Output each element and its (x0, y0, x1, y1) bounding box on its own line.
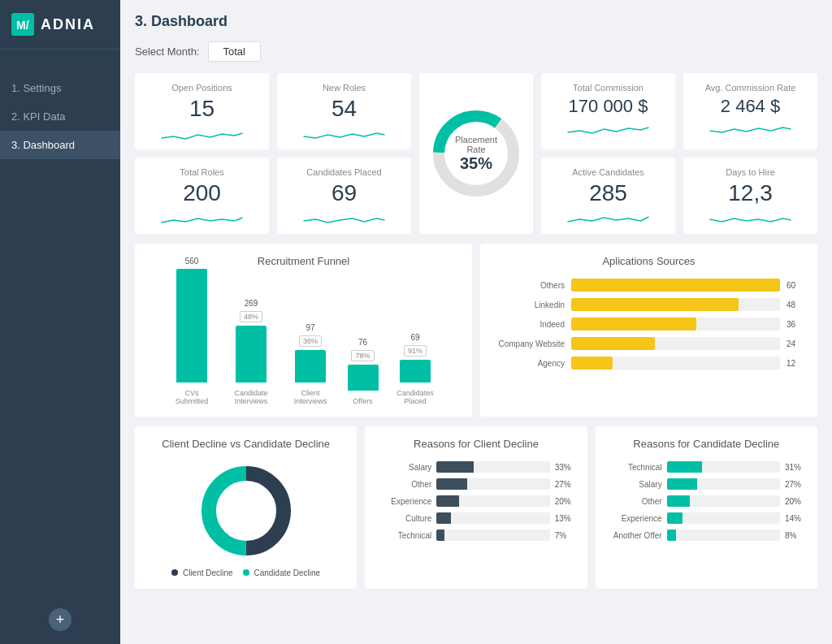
legend-candidate-label: Candidate Decline (254, 568, 320, 577)
cand-technical-bar (667, 461, 702, 473)
sidebar-item-dashboard[interactable]: 3. Dashboard (0, 131, 120, 159)
kpi-open-positions: Open Positions 15 (135, 73, 269, 149)
kpi-total-roles-label: Total Roles (146, 167, 258, 177)
candidate-decline-chart: Technical 31% Salary 27% Other (607, 458, 806, 550)
cand-technical-value: 31% (785, 463, 806, 472)
placement-text: Placement Rate (452, 135, 500, 154)
source-agency-label: Agency (492, 359, 565, 368)
kpi-total-commission-value: 170 000 $ (552, 96, 664, 117)
client-decline-title: Reasons for Client Decline (376, 438, 575, 450)
placement-rate-card: Placement Rate 35% (419, 73, 533, 234)
kpi-active-candidates-value: 285 (552, 180, 664, 206)
kpi-candidates-placed: Candidates Placed 69 (277, 158, 411, 234)
client-culture-row: Culture 13% (376, 512, 575, 524)
cand-technical-label: Technical (607, 463, 662, 472)
funnel-bar-cvs: 560 CVs Submitted (170, 257, 214, 405)
source-agency-bar (571, 357, 613, 370)
decline-donut-card: Client Decline vs Candidate Decline 50% … (135, 426, 357, 589)
source-company-bar (571, 337, 655, 350)
source-indeed-label: Indeed (492, 320, 565, 329)
placement-donut: Placement Rate 35% (427, 105, 525, 202)
filter-label: Select Month: (135, 45, 200, 58)
client-technical-bar-wrap (436, 529, 549, 541)
kpi-days-to-hire-label: Days to Hire (695, 167, 806, 177)
source-others: Others 60 (492, 279, 806, 292)
legend-candidate-dot (243, 569, 249, 576)
client-decline-card: Reasons for Client Decline Salary 33% Ot… (365, 426, 587, 589)
sidebar-item-settings[interactable]: 1. Settings (0, 74, 120, 102)
funnel-client-interviews-value: 97 (306, 323, 314, 332)
sparkline-days-to-hire (695, 210, 806, 227)
kpi-new-roles-value: 54 (288, 96, 400, 122)
funnel-placed-pct: 91% (404, 345, 427, 357)
source-others-value: 60 (786, 281, 806, 290)
candidate-decline-card: Reasons for Candidate Decline Technical … (596, 426, 817, 589)
funnel-bar-placed: 69 91% Candidates Placed (393, 333, 438, 405)
logo-icon: M/ (11, 13, 34, 36)
client-culture-bar-wrap (436, 512, 549, 524)
candidate-decline-title: Reasons for Candidate Decline (607, 438, 806, 450)
client-technical-row: Technical 7% (376, 529, 575, 541)
kpi-new-roles: New Roles 54 (277, 73, 411, 149)
client-salary-bar-wrap (436, 461, 549, 473)
kpi-days-to-hire-value: 12,3 (695, 180, 806, 206)
client-other-label: Other (376, 480, 431, 489)
funnel-bar-interviews: 269 48% Candidate Interviews (229, 299, 274, 405)
source-others-bar-wrap (571, 279, 780, 292)
client-other-value: 27% (555, 480, 576, 489)
client-experience-bar (436, 495, 459, 507)
source-agency-bar-wrap (571, 357, 780, 370)
funnel-placed-value: 69 (410, 333, 419, 342)
decline-donut-title: Client Decline vs Candidate Decline (146, 438, 345, 450)
funnel-interviews-label: Candidate Interviews (229, 389, 274, 405)
legend-candidate: Candidate Decline (243, 568, 321, 577)
funnel-client-bar (295, 350, 326, 383)
client-culture-label: Culture (376, 514, 431, 523)
sparkline-active-candidates (552, 210, 664, 227)
kpi-total-roles: Total Roles 200 (135, 158, 269, 234)
source-agency: Agency 12 (492, 357, 806, 370)
filter-month-button[interactable]: Total (208, 41, 261, 62)
funnel-cvs-bar (176, 269, 207, 383)
funnel-chart: 560 CVs Submitted 269 48% Candidate Inte… (146, 275, 461, 405)
source-agency-value: 12 (786, 359, 806, 368)
sources-title: Aplications Sources (492, 255, 806, 267)
client-salary-value: 33% (555, 463, 576, 472)
legend-client: Client Decline (171, 568, 232, 577)
client-salary-bar (436, 461, 474, 473)
client-culture-value: 13% (555, 514, 576, 523)
page-title: 3. Dashboard (135, 13, 228, 30)
bottom-row: Client Decline vs Candidate Decline 50% … (135, 426, 817, 589)
funnel-interviews-bar (236, 326, 266, 383)
client-technical-bar (436, 529, 444, 541)
svg-text:M/: M/ (16, 19, 29, 32)
source-company-value: 24 (786, 339, 806, 348)
source-others-label: Others (492, 281, 565, 290)
client-decline-chart: Salary 33% Other 27% Experience (376, 458, 575, 550)
source-linkedin-label: Linkedin (492, 300, 565, 309)
cand-salary-label: Salary (607, 480, 662, 489)
source-indeed-bar (571, 318, 696, 331)
legend-client-dot (171, 569, 178, 576)
client-salary-label: Salary (376, 463, 431, 472)
kpi-avg-commission-label: Avg. Commission Rate (695, 83, 806, 93)
kpi-total-commission: Total Commission 170 000 $ (541, 73, 675, 149)
kpi-open-positions-value: 15 (146, 96, 258, 122)
cand-other-value: 20% (785, 497, 806, 506)
sidebar-nav: 1. Settings 2. KPI Data 3. Dashboard (0, 74, 120, 595)
filter-row: Select Month: Total (135, 41, 817, 62)
source-company-label: Company Website (492, 339, 565, 348)
funnel-bar-offers: 76 78% Offers (348, 338, 379, 405)
placement-label: Placement Rate 35% (452, 135, 500, 173)
add-button[interactable]: + (49, 608, 72, 631)
cand-other-bar-wrap (667, 495, 780, 507)
funnel-bar-client-interviews: 97 36% Client Interviews (288, 323, 333, 405)
cand-another-bar (667, 529, 676, 541)
sidebar-item-kpi[interactable]: 2. KPI Data (0, 102, 120, 131)
funnel-placed-bar (400, 360, 431, 383)
source-linkedin-bar-wrap (571, 298, 780, 311)
logo-text: ADNIA (41, 16, 95, 33)
kpi-candidates-placed-label: Candidates Placed (288, 167, 400, 177)
logo: M/ ADNIA (0, 0, 120, 50)
kpi-candidates-placed-value: 69 (288, 180, 400, 206)
